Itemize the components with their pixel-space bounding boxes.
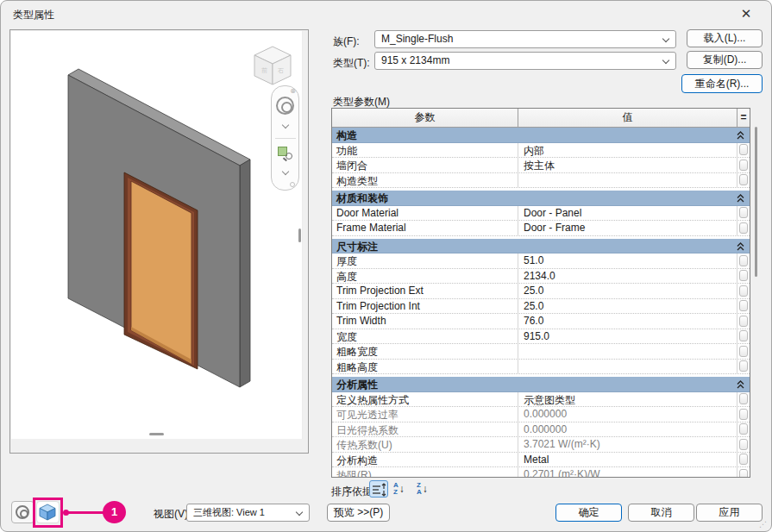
- viewcube-icon[interactable]: 前 右: [249, 43, 296, 90]
- family-combobox[interactable]: M_Single-Flush: [374, 30, 676, 48]
- ok-button[interactable]: 确定: [555, 504, 622, 522]
- param-value-cell[interactable]: 0.000000: [518, 407, 737, 422]
- wheel-menu-chevron-icon[interactable]: [282, 122, 289, 128]
- section-title: 分析属性: [336, 379, 378, 391]
- associate-param-button[interactable]: [739, 439, 748, 450]
- chevron-down-icon: [662, 35, 669, 42]
- associate-param-button[interactable]: [739, 270, 748, 281]
- param-row[interactable]: 墙闭合按主体: [332, 158, 750, 173]
- param-value-cell[interactable]: 按主体: [518, 158, 737, 172]
- param-column-header[interactable]: 参数: [332, 109, 518, 127]
- param-name-cell: 墙闭合: [332, 158, 518, 172]
- preview-horizontal-scrollbar[interactable]: [149, 433, 164, 435]
- section-row[interactable]: 尺寸标注: [332, 239, 750, 254]
- param-row[interactable]: 功能内部: [332, 143, 750, 159]
- sort-descending-button[interactable]: ZA↓: [417, 482, 428, 496]
- associate-param-button[interactable]: [739, 330, 748, 341]
- associate-param-button[interactable]: [739, 160, 748, 171]
- navbar-close-icon[interactable]: ⊗: [290, 88, 296, 95]
- param-row[interactable]: 日光得热系数0.000000: [332, 422, 750, 438]
- preview-canvas[interactable]: 前 右 ⊗: [11, 31, 303, 439]
- navigation-wheel-button[interactable]: [11, 501, 35, 523]
- sort-ascending-button[interactable]: AZ↓: [393, 482, 405, 496]
- associate-param-button[interactable]: [739, 409, 748, 420]
- associate-param-button[interactable]: [739, 174, 748, 185]
- param-row[interactable]: Door MaterialDoor - Panel: [332, 206, 750, 222]
- param-row[interactable]: 粗略宽度: [332, 344, 750, 360]
- type-combobox[interactable]: 915 x 2134mm: [374, 52, 676, 70]
- steering-wheel-icon: [16, 505, 29, 519]
- value-column-header[interactable]: 值: [518, 109, 737, 127]
- associate-param-button[interactable]: [739, 300, 748, 311]
- family-value: M_Single-Flush: [381, 33, 453, 45]
- rename-button[interactable]: 重命名(R)...: [681, 74, 763, 93]
- steering-wheel-icon[interactable]: [276, 97, 294, 115]
- param-row[interactable]: Frame MaterialDoor - Frame: [332, 221, 750, 236]
- associate-param-button[interactable]: [739, 255, 748, 266]
- param-row[interactable]: 宽度915.0: [332, 329, 750, 345]
- param-value-cell[interactable]: [518, 173, 737, 188]
- param-value-cell[interactable]: 0.000000: [518, 422, 737, 437]
- svg-text:前: 前: [261, 67, 267, 73]
- param-row[interactable]: 厚度51.0: [332, 253, 750, 269]
- param-value-cell[interactable]: 25.0: [518, 284, 737, 298]
- associate-param-button[interactable]: [739, 207, 748, 218]
- associate-param-button[interactable]: [739, 469, 748, 479]
- param-value-cell[interactable]: 25.0: [518, 299, 737, 314]
- param-value-cell[interactable]: [518, 360, 737, 374]
- table-scrollbar[interactable]: [755, 127, 757, 277]
- param-name-cell: 热阻(R): [332, 467, 518, 478]
- param-value-cell[interactable]: Door - Frame: [518, 221, 737, 235]
- param-name-cell: Trim Projection Int: [332, 299, 518, 314]
- preview-toggle-button[interactable]: 预览 >>(P): [327, 504, 390, 522]
- param-name-cell: 厚度: [332, 253, 518, 268]
- param-row[interactable]: 热阻(R)0.2701 (m²·K)/W: [332, 467, 750, 478]
- zoom-region-icon[interactable]: [278, 145, 293, 160]
- param-value-cell[interactable]: 915.0: [518, 329, 737, 344]
- param-value-cell[interactable]: 51.0: [518, 253, 737, 268]
- associate-param-button[interactable]: [739, 454, 748, 465]
- sort-list-order-button[interactable]: [369, 480, 388, 498]
- param-row[interactable]: 粗略高度: [332, 360, 750, 375]
- resize-grip[interactable]: ⋰: [759, 520, 768, 529]
- zoom-menu-chevron-icon[interactable]: [282, 168, 289, 175]
- section-row[interactable]: 材质和装饰: [332, 191, 750, 206]
- param-value-cell[interactable]: Metal: [518, 453, 737, 467]
- cancel-button[interactable]: 取消: [628, 504, 694, 522]
- associate-param-button[interactable]: [739, 285, 748, 297]
- associate-param-button[interactable]: [739, 346, 748, 357]
- section-row[interactable]: 构造: [332, 128, 750, 143]
- param-name-cell: Door Material: [332, 206, 518, 221]
- load-button[interactable]: 载入(L)...: [687, 29, 763, 47]
- view-combobox[interactable]: 三维视图: View 1: [186, 504, 310, 522]
- section-row[interactable]: 分析属性: [332, 377, 750, 392]
- param-row[interactable]: 构造类型: [332, 173, 750, 189]
- param-value-cell[interactable]: 76.0: [518, 314, 737, 329]
- close-icon[interactable]: ✕: [737, 4, 756, 23]
- param-row[interactable]: 高度2134.0: [332, 269, 750, 285]
- navbar-options-icon[interactable]: [290, 182, 295, 187]
- param-row[interactable]: 传热系数(U)3.7021 W/(m²·K): [332, 437, 750, 453]
- param-row[interactable]: Trim Width76.0: [332, 314, 750, 329]
- duplicate-button[interactable]: 复制(D)...: [687, 51, 763, 69]
- param-value-cell[interactable]: 内部: [518, 143, 737, 158]
- param-value-cell[interactable]: Door - Panel: [518, 206, 737, 221]
- associate-param-button[interactable]: [739, 360, 748, 372]
- param-row[interactable]: 分析构造Metal: [332, 453, 750, 468]
- apply-button[interactable]: 应用: [696, 504, 763, 522]
- param-value-cell[interactable]: 示意图类型: [518, 392, 737, 407]
- param-value-cell[interactable]: [518, 344, 737, 359]
- associate-param-button[interactable]: [739, 316, 748, 327]
- param-value-cell[interactable]: 0.2701 (m²·K)/W: [518, 467, 737, 478]
- param-row[interactable]: Trim Projection Int25.0: [332, 299, 750, 315]
- param-value-cell[interactable]: 3.7021 W/(m²·K): [518, 437, 737, 452]
- preview-vertical-scrollbar[interactable]: [298, 228, 301, 242]
- param-row[interactable]: 可见光透过率0.000000: [332, 407, 750, 422]
- associate-param-button[interactable]: [739, 144, 748, 155]
- associate-param-button[interactable]: [739, 423, 748, 435]
- param-value-cell[interactable]: 2134.0: [518, 269, 737, 284]
- associate-param-button[interactable]: [739, 393, 748, 404]
- param-row[interactable]: 定义热属性方式示意图类型: [332, 392, 750, 408]
- associate-param-button[interactable]: [739, 222, 748, 234]
- param-row[interactable]: Trim Projection Ext25.0: [332, 284, 750, 299]
